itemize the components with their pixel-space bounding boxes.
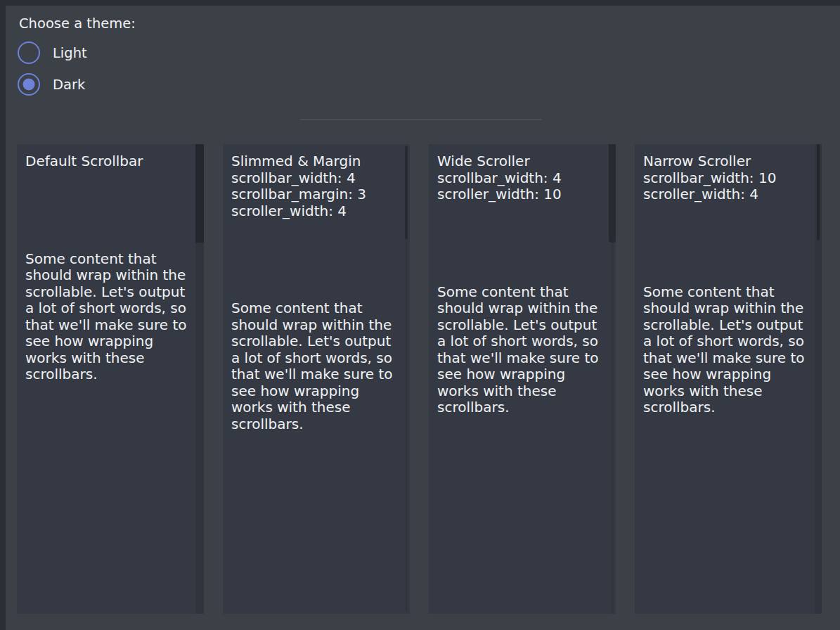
panel-header: Slimmed & Margin scrollbar_width: 4 scro… bbox=[231, 153, 401, 219]
panel-narrow-scroller[interactable]: Narrow Scroller scrollbar_width: 10 scro… bbox=[635, 144, 822, 614]
panel-param: scrollbar_margin: 3 bbox=[231, 186, 401, 203]
panel-param: scrollbar_width: 10 bbox=[643, 170, 813, 187]
panel-title: Slimmed & Margin bbox=[231, 153, 401, 170]
panel-header: Wide Scroller scrollbar_width: 4 scrolle… bbox=[437, 153, 607, 203]
panel-param: scroller_width: 4 bbox=[643, 186, 813, 203]
app-window: Choose a theme: Light Dark Default Scrol… bbox=[0, 0, 840, 630]
panel-content-text: Some content that should wrap within the… bbox=[231, 300, 400, 432]
panel-header: Default Scrollbar bbox=[25, 153, 195, 170]
panel-content-text: Some content that should wrap within the… bbox=[437, 284, 606, 416]
theme-chooser-label: Choose a theme: bbox=[19, 15, 136, 32]
panel-default-scrollbar[interactable]: Default Scrollbar Some content that shou… bbox=[17, 144, 204, 614]
panel-param: scroller_width: 4 bbox=[231, 203, 401, 220]
window-frame-top bbox=[0, 0, 840, 6]
panel-content-text: Some content that should wrap within the… bbox=[25, 251, 194, 383]
theme-radio-light[interactable]: Light bbox=[18, 41, 87, 64]
theme-radio-dark-label: Dark bbox=[53, 77, 85, 93]
panel-header: Narrow Scroller scrollbar_width: 10 scro… bbox=[643, 153, 813, 203]
panel-param: scroller_width: 10 bbox=[437, 186, 607, 203]
panel-title: Default Scrollbar bbox=[25, 153, 195, 170]
scrollbar-thumb[interactable] bbox=[195, 144, 204, 243]
radio-circle-icon[interactable] bbox=[18, 41, 40, 64]
theme-radio-light-label: Light bbox=[53, 45, 87, 61]
panel-title: Narrow Scroller bbox=[643, 153, 813, 170]
radio-circle-icon[interactable] bbox=[18, 73, 40, 96]
scrollbar-thumb[interactable] bbox=[609, 144, 616, 243]
panel-param: scrollbar_width: 4 bbox=[231, 170, 401, 187]
panel-wide-scroller[interactable]: Wide Scroller scrollbar_width: 4 scrolle… bbox=[429, 144, 616, 614]
panel-param: scrollbar_width: 4 bbox=[437, 170, 607, 187]
panel-title: Wide Scroller bbox=[437, 153, 607, 170]
theme-radio-dark[interactable]: Dark bbox=[18, 73, 85, 96]
section-divider bbox=[300, 119, 542, 120]
panel-content-text: Some content that should wrap within the… bbox=[643, 284, 812, 416]
scrollbar-thumb[interactable] bbox=[405, 146, 408, 239]
window-frame-left bbox=[0, 0, 6, 630]
scrollbar-thumb[interactable] bbox=[817, 144, 820, 240]
panel-slimmed-margin[interactable]: Slimmed & Margin scrollbar_width: 4 scro… bbox=[223, 144, 410, 614]
